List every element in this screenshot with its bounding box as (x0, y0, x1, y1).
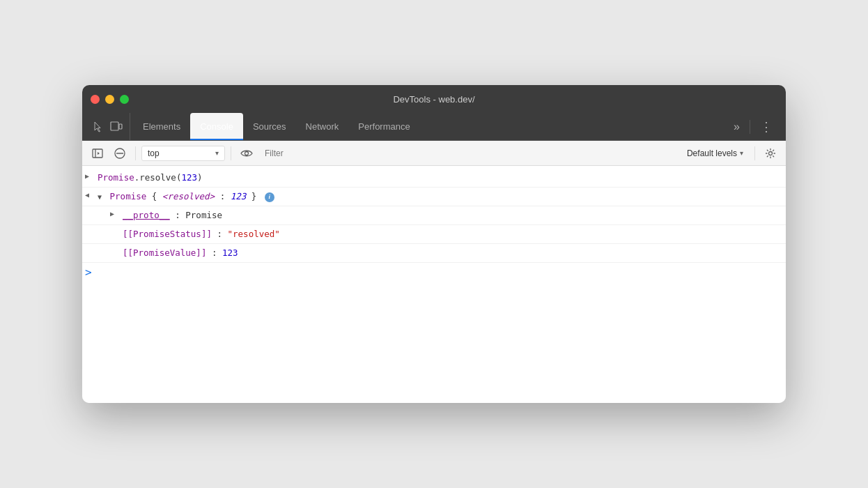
value-key: [[PromiseValue]] (123, 247, 206, 258)
proto-expand-arrow[interactable]: ▶ (110, 208, 123, 218)
console-proto-row: ▶ __proto__ : Promise (82, 206, 786, 225)
console-content: ▶ Promise.resolve(123) ◀ ▼ Promise { <re… (82, 166, 786, 403)
svg-rect-0 (111, 122, 118, 130)
svg-point-7 (245, 151, 249, 155)
console-status-line: [[PromiseStatus]] : "resolved" (123, 227, 780, 241)
toolbar-divider-2 (231, 146, 231, 160)
close-button[interactable] (91, 95, 100, 104)
clear-console-button[interactable] (110, 144, 130, 163)
tab-bar-tools (85, 113, 130, 140)
tab-bar-right: » ⋮ (724, 113, 783, 140)
status-key: [[PromiseStatus]] (123, 229, 212, 239)
toolbar-divider-1 (135, 146, 136, 160)
filter-input[interactable] (259, 146, 679, 161)
info-badge[interactable]: i (265, 192, 274, 202)
device-icon[interactable] (109, 119, 124, 135)
tab-elements[interactable]: Elements (133, 113, 190, 140)
sidebar-toggle-button[interactable] (88, 144, 107, 163)
devtools-window: DevTools - web.dev/ Elements Console So (82, 85, 786, 403)
row-collapse-arrow[interactable]: ◀ (85, 190, 98, 199)
filter-input-wrap (259, 146, 679, 161)
svg-marker-4 (98, 152, 100, 155)
tab-bar: Elements Console Sources Network Perform… (82, 113, 786, 141)
levels-arrow-icon: ▾ (740, 149, 743, 157)
value-row-spacer (110, 246, 123, 255)
log-levels-selector[interactable]: Default levels ▾ (681, 146, 749, 161)
traffic-lights (91, 95, 129, 104)
promise-resolved-value: 123 (231, 191, 247, 201)
console-prompt[interactable]: > (85, 266, 92, 279)
console-status-row: [[PromiseStatus]] : "resolved" (82, 225, 786, 244)
console-code-number: 123 (181, 172, 197, 183)
value-number: 123 (222, 247, 238, 258)
expand-arrow-icon[interactable]: ▼ (98, 193, 102, 201)
proto-key[interactable]: __proto__ (123, 210, 170, 220)
live-expressions-button[interactable] (237, 144, 256, 163)
console-input-line: Promise.resolve(123) (98, 171, 780, 185)
context-arrow-icon: ▾ (215, 149, 219, 157)
maximize-button[interactable] (120, 95, 129, 104)
console-output-row: ◀ ▼ Promise { <resolved> : 123 } i (82, 188, 786, 206)
console-code-purple: Promise (98, 172, 134, 183)
promise-key: <resolved> (162, 191, 215, 201)
divider (750, 120, 750, 134)
title-bar: DevTools - web.dev/ (82, 85, 786, 113)
window-title: DevTools - web.dev/ (393, 94, 474, 105)
console-proto-line: __proto__ : Promise (123, 208, 780, 222)
devtools-menu-button[interactable]: ⋮ (756, 116, 777, 137)
svg-point-8 (769, 151, 773, 155)
console-input-row: ▶ Promise.resolve(123) (82, 169, 786, 188)
context-value: top (148, 148, 211, 158)
status-value: "resolved" (228, 229, 280, 239)
minimize-button[interactable] (105, 95, 114, 104)
context-selector[interactable]: top ▾ (141, 146, 225, 161)
toolbar-divider-3 (754, 146, 755, 160)
console-value-line: [[PromiseValue]] : 123 (123, 246, 780, 260)
console-toolbar: top ▾ Default levels ▾ (82, 141, 786, 166)
tab-console[interactable]: Console (190, 113, 243, 140)
cursor-icon[interactable] (91, 119, 106, 135)
console-output-line: ▼ Promise { <resolved> : 123 } i (98, 190, 780, 204)
levels-label: Default levels (687, 148, 737, 158)
promise-label: Promise (110, 191, 147, 201)
tab-network[interactable]: Network (296, 113, 349, 140)
tab-performance[interactable]: Performance (348, 113, 419, 140)
console-cursor-row[interactable]: > (82, 263, 786, 282)
console-value-row: [[PromiseValue]] : 123 (82, 244, 786, 263)
status-row-spacer (110, 227, 123, 236)
more-tabs-button[interactable]: » (729, 118, 744, 136)
settings-button[interactable] (761, 144, 780, 163)
svg-rect-1 (119, 124, 122, 129)
tab-sources[interactable]: Sources (243, 113, 296, 140)
row-expand-arrow[interactable]: ▶ (85, 171, 98, 180)
